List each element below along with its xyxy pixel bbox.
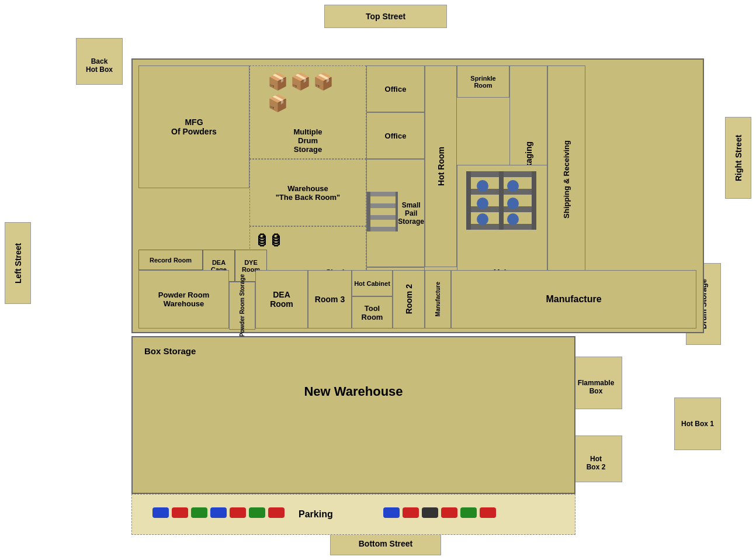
svg-rect-3 <box>367 227 398 231</box>
svg-rect-18 <box>532 171 536 230</box>
flammable-box: Flammable Box <box>570 357 622 409</box>
right-street: Right Street <box>725 117 751 199</box>
car <box>191 507 207 518</box>
left-street: Left Street <box>5 222 31 304</box>
small-pail-storage: SmallPailStorage <box>366 159 425 267</box>
powder-room-storage: Powder Room Storage <box>229 282 255 330</box>
office-1: Office <box>366 65 425 112</box>
car <box>383 507 400 518</box>
room-2: Room 2 <box>393 270 425 329</box>
svg-point-20 <box>507 180 519 192</box>
hot-cabinet: Hot Cabinet <box>352 270 393 296</box>
car <box>172 507 188 518</box>
car <box>422 507 438 518</box>
office-2: Office <box>366 112 425 159</box>
bottom-street: Bottom Street <box>330 532 441 555</box>
hot-box-2: Hot Box 2 <box>570 435 622 482</box>
hot-room: Hot Room <box>425 65 457 267</box>
multiple-drum-storage: 📦 📦 📦 📦 MultipleDrumStorage <box>249 65 366 159</box>
svg-rect-2 <box>367 215 398 220</box>
svg-rect-10 <box>379 210 384 215</box>
car <box>441 507 457 518</box>
lower-building: Box Storage New Warehouse <box>131 336 575 494</box>
dea-room: DEARoom <box>255 270 308 329</box>
car <box>152 507 169 518</box>
warehouse-back-room: Warehouse"The Back Room" <box>249 159 366 226</box>
manufacture-large: Manufacture <box>451 270 696 329</box>
car <box>268 507 285 518</box>
mfg-powders: MFGOf Powders <box>138 65 249 188</box>
new-warehouse-label: New Warehouse <box>133 384 574 399</box>
svg-point-21 <box>477 198 488 209</box>
svg-rect-6 <box>372 199 377 203</box>
svg-point-22 <box>507 198 519 209</box>
parking-label: Parking <box>299 509 333 520</box>
upper-building: MFGOf Powders 📦 📦 📦 📦 MultipleDrumStorag… <box>131 58 704 333</box>
svg-rect-11 <box>386 210 391 215</box>
sprinkle-room: SprinkleRoom <box>457 65 509 98</box>
tool-room: ToolRoom <box>352 296 393 329</box>
svg-rect-17 <box>499 171 504 230</box>
back-hot-box: Back Hot Box <box>76 38 123 85</box>
record-room: Record Room <box>138 250 203 270</box>
car <box>460 507 477 518</box>
svg-point-23 <box>477 213 488 225</box>
box-storage-label: Box Storage <box>144 346 196 356</box>
hot-box-1: Hot Box 1 <box>674 397 721 450</box>
parking-area: Parking <box>131 494 575 535</box>
car <box>230 507 246 518</box>
top-street: Top Street <box>324 5 447 28</box>
svg-rect-16 <box>466 171 471 230</box>
svg-rect-7 <box>379 199 384 203</box>
powder-room-warehouse: Powder RoomWarehouse <box>138 270 229 329</box>
manufacture-small: Manufacture <box>425 270 451 329</box>
svg-rect-9 <box>372 210 377 215</box>
car <box>403 507 419 518</box>
svg-rect-4 <box>367 192 370 231</box>
car <box>210 507 227 518</box>
svg-point-19 <box>477 180 488 192</box>
room-3: Room 3 <box>308 270 352 329</box>
car <box>480 507 496 518</box>
svg-rect-1 <box>367 203 398 208</box>
car <box>249 507 265 518</box>
svg-rect-0 <box>367 192 398 196</box>
svg-point-24 <box>507 213 519 225</box>
floor-plan: Top Street Bottom Street Left Street Rig… <box>0 0 756 560</box>
svg-rect-8 <box>386 199 391 203</box>
